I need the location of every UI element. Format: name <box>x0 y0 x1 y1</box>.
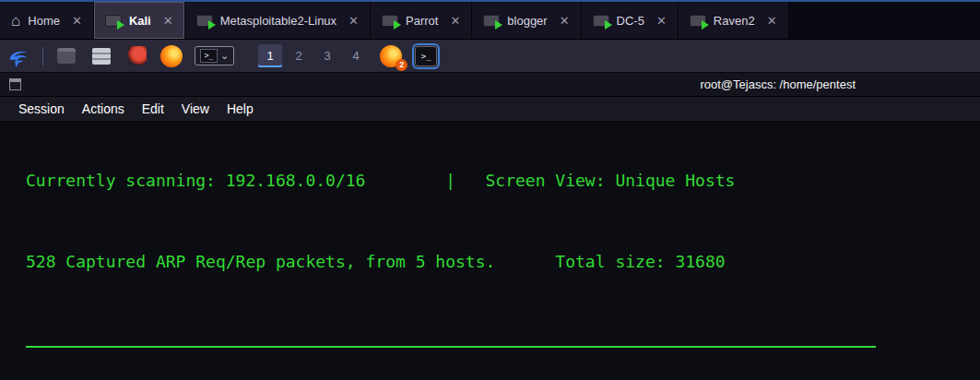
vm-tab-label: Home <box>28 14 60 28</box>
file-manager-icon[interactable] <box>89 44 113 68</box>
tab-close-icon[interactable]: ✕ <box>348 14 359 28</box>
tab-close-icon[interactable]: ✕ <box>72 14 82 28</box>
tab-close-icon[interactable]: ✕ <box>450 14 460 28</box>
vm-monitor-icon <box>483 15 500 27</box>
vm-running-icon <box>495 20 502 30</box>
workspace-4[interactable]: 4 <box>344 44 368 67</box>
terminal-window-icon[interactable]: >_ <box>414 44 438 68</box>
screen: ⌂ Home ✕ Kali ✕ Metasploitable2-Linux ✕ … <box>0 0 980 380</box>
vm-tab-bar: ⌂ Home ✕ Kali ✕ Metasploitable2-Linux ✕ … <box>0 0 980 40</box>
vm-tab-label: blogger <box>507 14 547 28</box>
vm-tab-raven2[interactable]: Raven2 ✕ <box>679 2 789 39</box>
menu-session[interactable]: Session <box>18 101 65 116</box>
tab-close-icon[interactable]: ✕ <box>767 14 777 28</box>
vm-monitor-icon <box>690 15 706 27</box>
tab-close-icon[interactable]: ✕ <box>656 14 667 28</box>
workspace-3[interactable]: 3 <box>315 44 339 67</box>
vm-running-icon <box>117 20 124 30</box>
tab-close-icon[interactable]: ✕ <box>560 14 570 28</box>
terminal-titlebar[interactable]: root@Tejascs: /home/pentest <box>0 73 980 97</box>
kali-menu-icon[interactable] <box>7 44 31 68</box>
menu-actions[interactable]: Actions <box>82 101 124 116</box>
vm-monitor-icon <box>382 15 398 27</box>
vm-tab-kali[interactable]: Kali ✕ <box>94 2 185 39</box>
vm-running-icon <box>702 20 709 30</box>
menu-edit[interactable]: Edit <box>142 101 164 116</box>
vm-tab-label: Metasploitable2-Linux <box>220 14 337 28</box>
vm-monitor-icon <box>593 15 609 27</box>
menu-view[interactable]: View <box>182 101 209 116</box>
workspace-2[interactable]: 2 <box>287 44 311 67</box>
vm-tab-parrot[interactable]: Parrot ✕ <box>371 2 472 39</box>
vm-monitor-icon <box>105 15 122 27</box>
file-cabinet-glyph <box>92 48 111 65</box>
app-window-glyph <box>57 48 76 64</box>
menu-help[interactable]: Help <box>227 101 254 116</box>
firefox-icon[interactable] <box>159 44 183 68</box>
red-app-glyph <box>127 46 147 65</box>
capture-summary-line: 528 Captured ARP Req/Rep packets, from 5… <box>26 251 980 273</box>
taskbar-divider <box>42 47 43 65</box>
vm-tab-blogger[interactable]: blogger ✕ <box>472 2 581 39</box>
vm-tab-label: DC-5 <box>617 14 644 28</box>
vm-tab-metasploitable2-linux[interactable]: Metasploitable2-Linux ✕ <box>185 2 371 39</box>
notification-badge: 2 <box>396 59 407 71</box>
window-app-icon[interactable] <box>54 44 78 68</box>
scanning-status-line: Currently scanning: 192.168.0.0/16 | Scr… <box>26 170 980 192</box>
vm-running-icon <box>605 20 612 30</box>
vm-running-icon <box>208 20 216 30</box>
kali-dragon-logo <box>7 44 31 68</box>
vm-tab-label: Kali <box>129 14 151 28</box>
vm-monitor-icon <box>196 15 213 27</box>
taskbar: >_ ⌄ 1 2 3 4 2 >_ <box>0 40 980 73</box>
red-app-icon[interactable] <box>124 44 148 68</box>
vm-tab-label: Raven2 <box>714 14 755 28</box>
separator-line <box>26 346 876 348</box>
terminal-menubar: Session Actions Edit View Help <box>0 97 980 122</box>
workspace-1[interactable]: 1 <box>258 44 282 67</box>
vm-tab-dc-5[interactable]: DC-5 ✕ <box>582 2 679 39</box>
home-icon: ⌂ <box>11 13 20 29</box>
terminal-window-glyph-icon <box>9 78 21 90</box>
terminal-dropdown[interactable]: >_ ⌄ <box>195 46 234 65</box>
chevron-down-icon: ⌄ <box>220 51 229 61</box>
workspace-switcher: 1 2 3 4 <box>258 44 368 67</box>
terminal-icon: >_ <box>200 49 218 63</box>
terminal-output[interactable]: Currently scanning: 192.168.0.0/16 | Scr… <box>0 122 980 380</box>
vm-tab-home[interactable]: ⌂ Home ✕ <box>0 2 94 39</box>
vm-tab-label: Parrot <box>406 14 438 28</box>
terminal-icon: >_ <box>415 46 437 66</box>
tab-close-icon[interactable]: ✕ <box>163 14 173 28</box>
window-title: root@Tejascs: /home/pentest <box>700 77 856 91</box>
vm-running-icon <box>394 20 401 30</box>
firefox-glyph <box>160 45 183 67</box>
firefox-window-icon[interactable]: 2 <box>379 44 403 68</box>
